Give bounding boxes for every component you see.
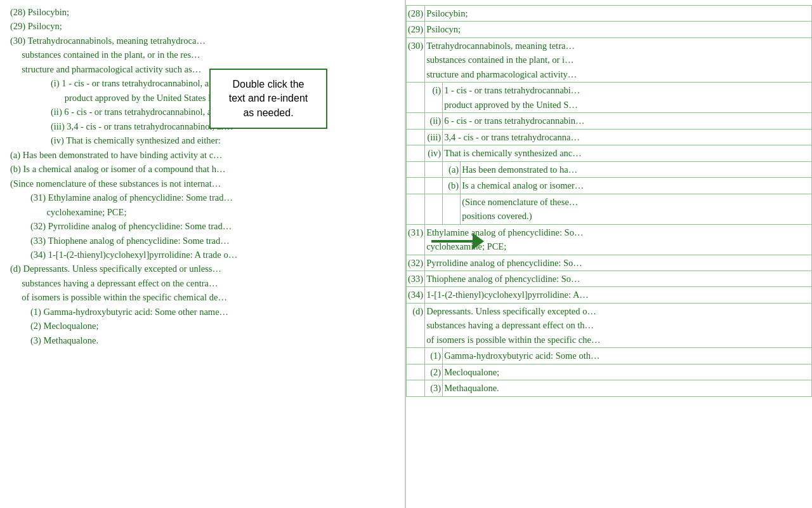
row-text: Gamma-hydroxybutyric acid: Some oth… [443, 348, 812, 364]
row-num: (iii) [425, 129, 443, 145]
list-item: (28) Psilocybin; [10, 5, 395, 19]
list-item: (a) Has been demonstrated to have bindin… [10, 148, 395, 162]
table-row: (a) Has been demonstrated to ha… [407, 161, 812, 177]
row-num: (a) [443, 161, 461, 177]
row-text: 6 - cis - or trans tetrahydrocannabin… [443, 113, 812, 129]
table-row: (29) Psilocyn; [407, 22, 812, 37]
row-text: Depressants. Unless specifically excepte… [425, 303, 812, 347]
table-row: (33) Thiophene analog of phencyclidine: … [407, 271, 812, 286]
row-text: Has been demonstrated to ha… [461, 161, 812, 177]
list-item: (Since nomenclature of these substances … [10, 177, 395, 190]
table-row: (ii) 6 - cis - or trans tetrahydrocannab… [407, 113, 812, 129]
list-item: (ii) 6 - cis - or trans tetrahydrocannab… [10, 105, 395, 119]
row-num: (31) [407, 224, 425, 255]
list-item: (30) Tetrahydrocannabinols, meaning tetr… [10, 34, 395, 76]
table-row: (d) Depressants. Unless specifically exc… [407, 303, 812, 347]
row-num: (34) [407, 287, 425, 303]
row-num: (b) [443, 178, 461, 194]
row-text: Psilocyn; [425, 22, 812, 37]
table-row: (32) Pyrrolidine analog of phencyclidine… [407, 255, 812, 271]
table-row: (1) Gamma-hydroxybutyric acid: Some oth… [407, 348, 812, 364]
table-row: (28) Psilocybin; [407, 6, 812, 22]
list-item: (3) Methaqualone. [10, 333, 395, 347]
table-row: (Since nomenclature of these…positions c… [407, 194, 812, 224]
list-item: (d) Depressants. Unless specifically exc… [10, 262, 395, 304]
list-item: (34) 1-[1-(2-thienyl)cyclohexyl]pyrrolid… [10, 248, 395, 262]
list-item: (32) Pyrrolidine analog of phencyclidine… [10, 219, 395, 233]
table-row: (30) Tetrahydrocannabinols, meaning tetr… [407, 37, 812, 82]
table-row: (3) Methaqualone. [407, 380, 812, 396]
row-text: 1-[1-(2-thienyl)cyclohexyl]pyrrolidine: … [425, 287, 812, 303]
row-text: Thiophene analog of phencyclidine: So… [425, 271, 812, 286]
row-num: (1) [425, 348, 443, 364]
row-num: (iv) [425, 145, 443, 161]
row-text: Pyrrolidine analog of phencyclidine: So… [425, 255, 812, 271]
table-row: (2) Mecloqualone; [407, 364, 812, 380]
table-row: (iv) That is chemically synthesized anc… [407, 145, 812, 161]
row-num: (29) [407, 22, 425, 37]
table-row: (34) 1-[1-(2-thienyl)cyclohexyl]pyrrolid… [407, 287, 812, 303]
row-text: Is a chemical analog or isomer… [461, 178, 812, 194]
row-text: 3,4 - cis - or trans tetrahydrocanna… [443, 129, 812, 145]
right-table: (28) Psilocybin; (29) Psilocyn; (30) Tet… [406, 5, 812, 397]
row-num: (33) [407, 271, 425, 286]
row-num: (30) [407, 37, 425, 82]
left-panel: (28) Psilocybin; (29) Psilocyn; (30) Tet… [0, 0, 406, 508]
row-text: Methaqualone. [443, 380, 812, 396]
right-panel: (28) Psilocybin; (29) Psilocyn; (30) Tet… [406, 0, 812, 508]
row-text: 1 - cis - or trans tetrahydrocannabi…pro… [443, 83, 812, 113]
row-text: Psilocybin; [425, 6, 812, 22]
table-row: (i) 1 - cis - or trans tetrahydrocannabi… [407, 83, 812, 113]
row-num: (d) [407, 303, 425, 347]
list-item: (29) Psilocyn; [10, 19, 395, 33]
list-item: (33) Thiophene analog of phencyclidine: … [10, 234, 395, 248]
list-item: (b) Is a chemical analog or isomer of a … [10, 162, 395, 176]
list-item: (2) Mecloqualone; [10, 319, 395, 333]
row-num: (2) [425, 364, 443, 380]
table-row: (iii) 3,4 - cis - or trans tetrahydrocan… [407, 129, 812, 145]
table-row: (b) Is a chemical analog or isomer… [407, 178, 812, 194]
row-text: Ethylamine analog of phencyclidine: So…c… [425, 224, 812, 255]
row-num: (32) [407, 255, 425, 271]
row-num: (28) [407, 6, 425, 22]
table-row: (31) Ethylamine analog of phencyclidine:… [407, 224, 812, 255]
row-num: (3) [425, 380, 443, 396]
list-item: (1) Gamma-hydroxybutyric acid: Some othe… [10, 305, 395, 319]
row-text: (Since nomenclature of these…positions c… [461, 194, 812, 224]
list-item: (iv) That is chemically synthesized and … [10, 133, 395, 147]
row-num: (i) [425, 83, 443, 113]
row-text: That is chemically synthesized anc… [443, 145, 812, 161]
list-item: (i) 1 - cis - or trans tetrahydrocannabi… [10, 76, 395, 105]
list-item: (31) Ethylamine analog of phencyclidine:… [10, 190, 395, 219]
list-item: (iii) 3,4 - cis - or trans tetrahydrocan… [10, 119, 395, 133]
row-text: Mecloqualone; [443, 364, 812, 380]
row-num: (ii) [425, 113, 443, 129]
row-text: Tetrahydrocannabinols, meaning tetra…sub… [425, 37, 812, 82]
